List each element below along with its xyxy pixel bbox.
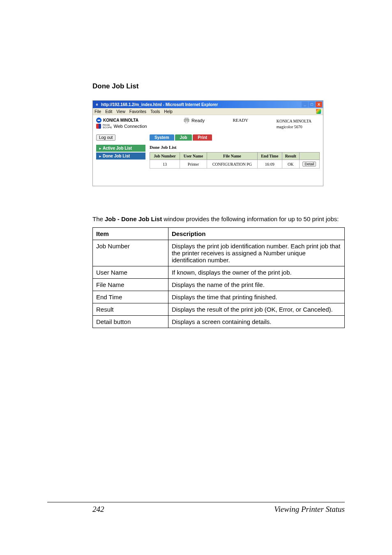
sidebar-item-done-jobs[interactable]: Done Job List	[96, 153, 145, 160]
menu-view[interactable]: View	[116, 109, 125, 114]
ie-logo-icon	[316, 109, 321, 114]
panel-title: Done Job List	[150, 145, 320, 150]
page-content: KONICA MINOLTA PAGE SCOPE Web Connection…	[93, 115, 323, 186]
cell-job-number: 13	[150, 160, 180, 169]
pagescope-icon	[96, 124, 101, 129]
tabs: System Job Print	[150, 134, 320, 141]
cell-user-name: Printer	[180, 160, 207, 169]
close-button[interactable]: X	[316, 102, 322, 107]
cell-file-name: CONFIGURATION PG	[207, 160, 257, 169]
intro-pre: The	[92, 215, 105, 222]
pagescope-small-label: PAGE SCOPE	[103, 124, 112, 129]
job-table-header: Job Number User Name File Name End Time …	[150, 153, 320, 160]
intro-bold: Job - Done Job List	[105, 215, 162, 222]
menu-tools[interactable]: Tools	[150, 109, 160, 114]
desc-header-description: Description	[168, 228, 344, 240]
model-block: KONICA MINOLTA magicolor 5670	[277, 118, 320, 130]
maximize-button[interactable]: □	[309, 102, 315, 107]
cell-result: OK	[282, 160, 299, 169]
detail-button[interactable]: Detail	[302, 162, 316, 166]
desc-value: Displays the name of the print file.	[168, 279, 344, 291]
desc-value: If known, displays the owner of the prin…	[168, 266, 344, 279]
col-detail	[299, 153, 319, 160]
desc-row: File Name Displays the name of the print…	[93, 279, 345, 291]
footer-label: Viewing Printer Status	[274, 505, 345, 514]
page-footer: 242 Viewing Printer Status	[47, 502, 345, 514]
menu-edit[interactable]: Edit	[105, 109, 112, 114]
desc-item: File Name	[93, 279, 168, 291]
desc-value: Displays the result of the print job (OK…	[168, 303, 344, 316]
tab-system[interactable]: System	[150, 134, 174, 141]
menu-file[interactable]: File	[95, 109, 101, 114]
svg-point-3	[188, 120, 189, 120]
desc-row: Detail button Displays a screen containi…	[93, 316, 345, 328]
desc-value: Displays the print job identification nu…	[168, 240, 344, 266]
desc-item: Job Number	[93, 240, 168, 266]
col-user-name: User Name	[180, 153, 207, 160]
menu-favorites[interactable]: Favorites	[129, 109, 146, 114]
tab-job[interactable]: Job	[175, 134, 192, 141]
window-title: http://192.168.1.2/m_index.html - Micros…	[101, 102, 218, 107]
tab-print[interactable]: Print	[193, 134, 212, 141]
desc-header-item: Item	[93, 228, 168, 240]
model-line1: KONICA MINOLTA	[277, 118, 311, 124]
ie-icon: e	[95, 102, 99, 107]
intro-post: window provides the following informatio…	[162, 215, 339, 222]
page-number: 242	[47, 505, 104, 514]
brand-name: KONICA MINOLTA	[103, 118, 138, 123]
titlebar: e http://192.168.1.2/m_index.html - Micr…	[93, 101, 323, 108]
printer-icon	[183, 118, 190, 123]
desc-item: Detail button	[93, 316, 168, 328]
minimize-button[interactable]: _	[302, 102, 308, 107]
model-line2: magicolor 5670	[277, 124, 311, 130]
logout-button[interactable]: Log out	[96, 134, 115, 141]
description-table: Item Description Job Number Displays the…	[92, 227, 345, 328]
desc-value: Displays a screen containing details.	[168, 316, 344, 328]
desc-row: Job Number Displays the print job identi…	[93, 240, 345, 266]
job-table-row: 13 Printer CONFIGURATION PG 16:09 OK Det…	[150, 160, 320, 169]
page: Done Job List e http://192.168.1.2/m_ind…	[0, 0, 392, 555]
svg-rect-2	[185, 121, 188, 123]
desc-header-row: Item Description	[93, 228, 345, 240]
intro-paragraph: The Job - Done Job List window provides …	[92, 215, 345, 223]
desc-row: End Time Displays the time that printing…	[93, 291, 345, 303]
cell-end-time: 16:09	[257, 160, 282, 169]
main-panel: Done Job List Job Number User Name File …	[150, 145, 320, 180]
side-menu: Active Job List Done Job List	[96, 145, 145, 160]
window-buttons: _ □ X	[302, 102, 322, 107]
desc-value: Displays the time that printing finished…	[168, 291, 344, 303]
desc-row: User Name If known, displays the owner o…	[93, 266, 345, 279]
job-table: Job Number User Name File Name End Time …	[150, 152, 320, 169]
menu-help[interactable]: Help	[164, 109, 173, 114]
col-job-number: Job Number	[150, 153, 180, 160]
status-label: Ready	[191, 118, 205, 123]
ready-center: READY	[233, 118, 248, 123]
browser-window: e http://192.168.1.2/m_index.html - Micr…	[92, 100, 323, 186]
desc-item: Result	[93, 303, 168, 316]
brand-block: KONICA MINOLTA PAGE SCOPE Web Connection	[96, 118, 147, 129]
desc-item: User Name	[93, 266, 168, 279]
col-end-time: End Time	[257, 153, 282, 160]
section-title: Done Job List	[92, 82, 345, 90]
col-file-name: File Name	[207, 153, 257, 160]
menubar: File Edit View Favorites Tools Help	[93, 108, 323, 115]
svg-rect-0	[185, 118, 188, 119]
desc-row: Result Displays the result of the print …	[93, 303, 345, 316]
web-connection-label: Web Connection	[114, 124, 147, 129]
sidebar-item-active-jobs[interactable]: Active Job List	[96, 145, 145, 152]
desc-item: End Time	[93, 291, 168, 303]
col-result: Result	[282, 153, 299, 160]
status-block: Ready	[183, 118, 205, 123]
brand-dot-icon	[96, 118, 101, 123]
